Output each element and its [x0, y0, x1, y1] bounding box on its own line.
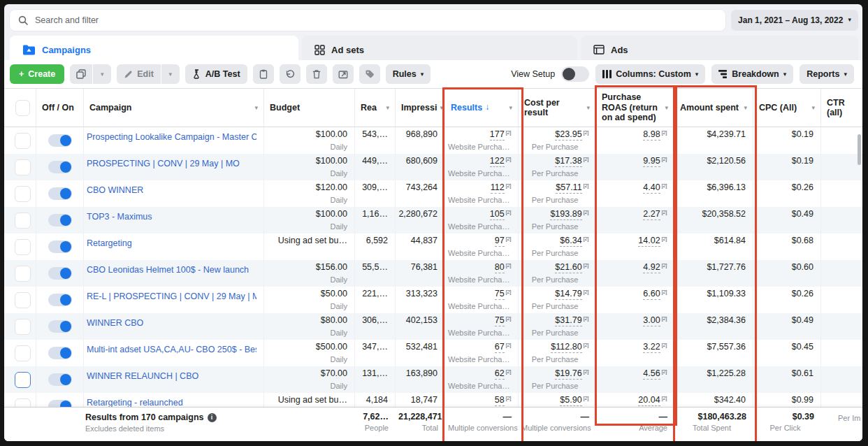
- footer-summary-text: Results from 170 campaigns: [85, 412, 204, 422]
- cell-results: 112[2]Website Purcha…: [445, 180, 519, 207]
- cost-per-result-sublabel: Per Purchase: [521, 302, 588, 310]
- undo-button[interactable]: [280, 64, 301, 84]
- tab-campaigns[interactable]: Campaigns: [10, 36, 298, 64]
- cell-reach: 347,…: [355, 340, 396, 366]
- duplicate-dropdown-button[interactable]: ▾: [93, 64, 111, 84]
- cell-cpc: $0.49: [753, 207, 821, 233]
- footnote-marker: [2]: [662, 395, 667, 401]
- row-checkbox[interactable]: [15, 239, 31, 255]
- tag-button[interactable]: [359, 64, 380, 84]
- campaign-toggle[interactable]: [48, 240, 72, 253]
- campaign-link[interactable]: WINNER RELAUNCH | CBO: [87, 368, 256, 381]
- clipboard-button[interactable]: [253, 64, 274, 84]
- cpc-value: $0.45: [756, 342, 813, 354]
- column-header-reach[interactable]: Rea ▾: [355, 89, 396, 127]
- results-value: 75[2]: [448, 315, 511, 327]
- campaign-toggle[interactable]: [48, 187, 72, 200]
- footer-amount-spent: $180,463.28Total Spent: [674, 408, 753, 441]
- campaign-cell: RE-L | PROSPECTING | CONV | 29 May | MO: [84, 287, 264, 313]
- cost-per-result-sublabel: Per Purchase: [521, 382, 588, 390]
- create-button[interactable]: + Create: [10, 64, 64, 84]
- cell-cpc: $0.68: [753, 233, 821, 260]
- row-checkbox[interactable]: [15, 345, 31, 361]
- column-header-cost-per-result[interactable]: Cost per result ▾: [519, 89, 596, 127]
- row-checkbox[interactable]: [15, 292, 31, 308]
- column-header-cpc[interactable]: CPC (All) ▾: [753, 89, 821, 127]
- campaign-link[interactable]: TOP3 - Maximus: [87, 209, 256, 222]
- edit-dropdown-button[interactable]: ▾: [161, 64, 180, 84]
- vertical-scrollbar[interactable]: [858, 134, 861, 165]
- column-header-budget[interactable]: Budget: [264, 89, 355, 127]
- cell-cost-per-result: $31.79[2]Per Purchase: [519, 313, 596, 340]
- column-header-impressions[interactable]: Impressi ▾: [396, 89, 445, 127]
- breakdown-button[interactable]: Breakdown ▾: [711, 64, 793, 84]
- row-checkbox[interactable]: [15, 159, 31, 175]
- campaign-toggle[interactable]: [48, 161, 72, 173]
- row-checkbox-cell: [10, 207, 36, 233]
- reports-button[interactable]: Reports ▾: [800, 64, 854, 84]
- chevron-down-icon: ▾: [169, 71, 173, 78]
- campaign-link[interactable]: Prospecting Lookalike Campaign - Master …: [87, 129, 256, 142]
- column-header-ctr[interactable]: CTR (all): [821, 89, 862, 127]
- edit-button[interactable]: Edit: [117, 64, 161, 84]
- campaign-link[interactable]: WINNER CBO: [87, 315, 256, 328]
- budget-value: $100.00: [267, 129, 347, 141]
- campaign-toggle[interactable]: [48, 134, 72, 147]
- row-checkbox[interactable]: [15, 213, 31, 229]
- view-setup-toggle[interactable]: [561, 66, 589, 82]
- row-checkbox[interactable]: [15, 133, 31, 149]
- campaign-link[interactable]: CBO Leonidas Helmet 100$ - New launch: [87, 262, 256, 275]
- columns-button[interactable]: Columns: Custom ▾: [595, 64, 705, 84]
- delete-button[interactable]: [306, 64, 327, 84]
- sort-caret-icon: ▾: [584, 105, 590, 111]
- cost-per-result-sublabel: Per Purchase: [521, 249, 588, 257]
- footer-ctr: Per Im: [821, 408, 862, 441]
- select-all-checkbox[interactable]: [15, 100, 30, 116]
- footnote-marker: [2]: [662, 262, 667, 268]
- results-value: 112[2]: [448, 182, 511, 194]
- info-icon[interactable]: i: [208, 413, 217, 422]
- table-row: RE-L | PROSPECTING | CONV | 29 May | MO$…: [4, 287, 862, 313]
- campaign-link[interactable]: PROSPECTING | CONV | 29 May | MO: [87, 156, 256, 168]
- off-on-cell: [36, 260, 84, 287]
- ctr-cell: [821, 340, 862, 366]
- impressions-value: 18,747: [398, 395, 437, 407]
- columns-label: Columns: Custom: [616, 69, 691, 79]
- rules-button[interactable]: Rules ▾: [386, 64, 431, 84]
- ab-test-button[interactable]: A/B Test: [185, 64, 247, 84]
- create-button-label: Create: [28, 69, 55, 79]
- export-button[interactable]: [333, 64, 354, 84]
- campaign-link[interactable]: Multi-int adset USA,CA,AU- CBO 250$ - Be…: [87, 342, 256, 354]
- campaign-link[interactable]: Retargeting - relaunched: [87, 395, 256, 408]
- date-range-button[interactable]: Jan 1, 2021 – Aug 13, 2022 ▾: [731, 10, 858, 31]
- campaign-toggle[interactable]: [48, 320, 72, 333]
- cell-budget: $100.00Daily: [264, 154, 355, 180]
- row-checkbox[interactable]: [15, 186, 31, 202]
- row-checkbox[interactable]: [15, 372, 31, 388]
- amount-spent-value: $4,239.71: [677, 129, 746, 141]
- campaign-toggle[interactable]: [48, 294, 72, 306]
- duplicate-button[interactable]: [70, 64, 92, 84]
- row-checkbox[interactable]: [15, 319, 31, 335]
- campaign-toggle[interactable]: [48, 267, 72, 280]
- column-header-campaign[interactable]: Campaign ▾: [84, 89, 264, 127]
- campaign-link[interactable]: Retargeting: [87, 236, 256, 248]
- tab-ad-sets[interactable]: Ad sets: [302, 36, 577, 64]
- column-header-amount-spent[interactable]: Amount spent ▾: [674, 89, 753, 127]
- tab-campaigns-label: Campaigns: [42, 45, 91, 55]
- tab-ads[interactable]: Ads: [581, 36, 858, 64]
- search-input[interactable]: Search and filter: [10, 10, 725, 31]
- campaign-link[interactable]: CBO WINNER: [87, 182, 256, 195]
- row-checkbox[interactable]: [15, 266, 31, 282]
- sort-caret-icon: ▾: [506, 105, 512, 111]
- campaign-cell: WINNER CBO: [84, 313, 264, 340]
- campaign-toggle[interactable]: [48, 214, 72, 226]
- results-sublabel: Website Purcha…: [448, 196, 511, 204]
- top-bar: Search and filter Jan 1, 2021 – Aug 13, …: [4, 4, 862, 32]
- reach-value: 131,…: [358, 368, 388, 380]
- campaign-toggle[interactable]: [48, 373, 72, 386]
- column-header-purchase-roas[interactable]: Purchase ROAS (return on ad spend) ▾: [596, 89, 674, 127]
- column-header-results[interactable]: Results ↓ ▾: [445, 89, 519, 127]
- campaign-link[interactable]: RE-L | PROSPECTING | CONV | 29 May | MO: [87, 289, 256, 301]
- campaign-toggle[interactable]: [48, 347, 72, 359]
